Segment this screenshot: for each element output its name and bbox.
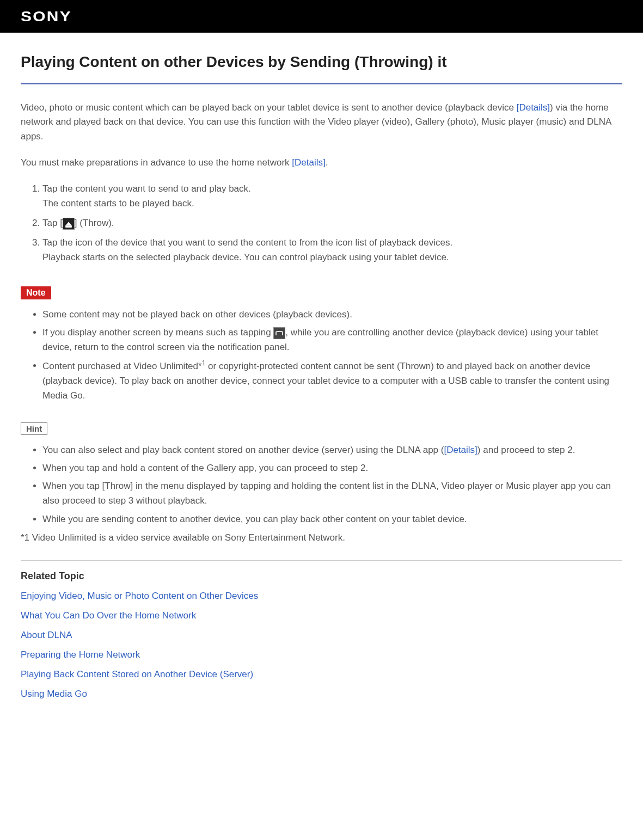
main-content: Playing Content on other Devices by Send…: [0, 33, 643, 729]
related-heading: Related Topic: [21, 571, 622, 582]
step-2-pre: Tap [: [42, 218, 63, 228]
note-item-1: Some content may not be played back on o…: [42, 307, 622, 322]
hint-label: Hint: [21, 422, 47, 435]
page-title: Playing Content on other Devices by Send…: [21, 53, 622, 71]
step-2-post: ] (Throw).: [75, 218, 114, 228]
footnote: *1 Video Unlimited is a video service av…: [21, 531, 622, 545]
throw-icon: [63, 218, 75, 230]
prep-text-1: You must make preparations in advance to…: [21, 157, 292, 168]
step-3-sub: Playback starts on the selected playback…: [42, 250, 622, 265]
home-icon: [273, 327, 285, 339]
step-1-main: Tap the content you want to send to and …: [42, 183, 251, 194]
note-item-2: If you display another screen by means s…: [42, 325, 622, 354]
hint-1-post: ) and proceed to step 2.: [477, 445, 575, 455]
section-rule: [21, 560, 622, 561]
note-2-pre: If you display another screen by means s…: [42, 327, 273, 338]
step-1-sub: The content starts to be played back.: [42, 197, 622, 211]
hint-1-pre: You can also select and play back conten…: [42, 445, 444, 455]
related-link-playing-back-server[interactable]: Playing Back Content Stored on Another D…: [21, 669, 622, 680]
step-1: Tap the content you want to send to and …: [42, 182, 622, 211]
title-rule: [21, 83, 622, 84]
note-label: Note: [21, 286, 51, 299]
hint-item-3: When you tap [Throw] in the menu display…: [42, 479, 622, 508]
step-2: Tap [] (Throw).: [42, 216, 622, 230]
hint-list: You can also select and play back conten…: [21, 443, 622, 526]
step-3-main: Tap the icon of the device that you want…: [42, 237, 452, 248]
related-link-about-dlna[interactable]: About DLNA: [21, 630, 622, 641]
related-link-media-go[interactable]: Using Media Go: [21, 689, 622, 700]
note-3-pre: Content purchased at Video Unlimited*: [42, 360, 202, 371]
header-bar: SONY: [0, 0, 643, 33]
related-link-home-network-can-do[interactable]: What You Can Do Over the Home Network: [21, 610, 622, 621]
sony-logo: SONY: [21, 8, 72, 25]
details-link-dlna[interactable]: [Details]: [444, 445, 477, 455]
step-3: Tap the icon of the device that you want…: [42, 236, 622, 265]
intro-paragraph: Video, photo or music content which can …: [21, 101, 622, 144]
prep-paragraph: You must make preparations in advance to…: [21, 156, 622, 170]
related-link-enjoying-content[interactable]: Enjoying Video, Music or Photo Content o…: [21, 591, 622, 602]
related-links: Enjoying Video, Music or Photo Content o…: [21, 591, 622, 700]
related-link-preparing-home-network[interactable]: Preparing the Home Network: [21, 649, 622, 660]
steps-list: Tap the content you want to send to and …: [21, 182, 622, 265]
note-list: Some content may not be played back on o…: [21, 307, 622, 403]
hint-item-1: You can also select and play back conten…: [42, 443, 622, 457]
note-item-3: Content purchased at Video Unlimited*1 o…: [42, 358, 622, 403]
prep-text-2: .: [326, 157, 328, 168]
hint-item-4: While you are sending content to another…: [42, 512, 622, 526]
intro-text-1: Video, photo or music content which can …: [21, 102, 517, 113]
details-link-home-network[interactable]: [Details]: [292, 157, 325, 168]
details-link-playback-device[interactable]: [Details]: [517, 102, 550, 113]
hint-item-2: When you tap and hold a content of the G…: [42, 461, 622, 475]
